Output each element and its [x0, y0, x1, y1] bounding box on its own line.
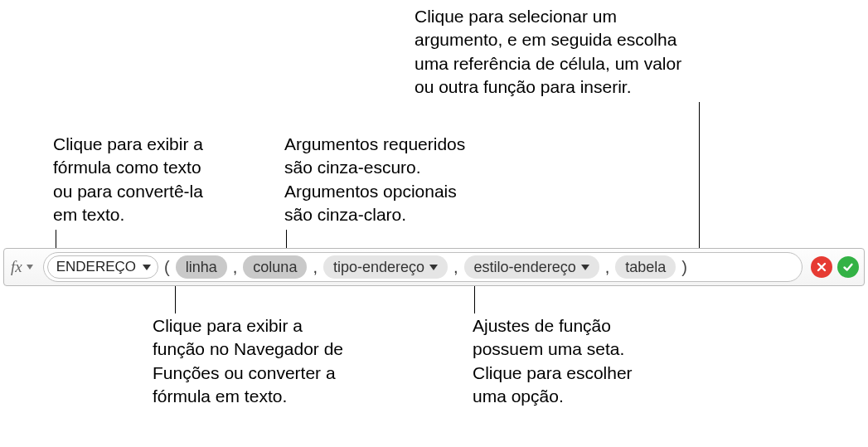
formula-input-area[interactable]: ENDEREÇO ( linha , coluna , tipo-endereç… — [43, 252, 803, 282]
argument-tabela[interactable]: tabela — [615, 255, 676, 279]
chevron-down-icon — [27, 265, 33, 270]
close-icon — [816, 261, 827, 273]
comma: , — [312, 258, 318, 277]
argument-estilo-endereco[interactable]: estilo-endereço — [464, 255, 599, 279]
cancel-button[interactable] — [811, 256, 832, 278]
chevron-down-icon — [429, 265, 438, 270]
callout-show-formula-text: Clique para exibir a fórmula como texto … — [53, 133, 269, 226]
argument-label: tipo-endereço — [333, 259, 424, 276]
comma: , — [232, 258, 239, 277]
callout-function-browser: Clique para exibir a função no Navegador… — [153, 314, 401, 408]
argument-label: linha — [186, 259, 217, 276]
close-paren: ) — [681, 258, 688, 277]
function-token[interactable]: ENDEREÇO — [47, 255, 158, 279]
leader-line — [286, 230, 287, 250]
fx-menu-button[interactable]: fx — [9, 258, 38, 276]
open-paren: ( — [163, 258, 171, 277]
callout-argument-colors: Argumentos requeridos são cinza-escuro. … — [284, 133, 533, 226]
leader-line — [474, 285, 475, 313]
chevron-down-icon — [143, 265, 151, 270]
callout-select-argument: Clique para selecionar um argumento, e e… — [415, 5, 746, 99]
formula-action-buttons — [811, 256, 859, 278]
comma: , — [604, 258, 611, 277]
chevron-down-icon — [581, 265, 589, 270]
formula-bar: fx ENDEREÇO ( linha , coluna , tipo-ende… — [3, 248, 865, 286]
leader-line — [175, 285, 176, 313]
callout-function-settings: Ajustes de função possuem uma seta. Cliq… — [473, 314, 688, 408]
comma: , — [453, 258, 459, 277]
leader-line — [699, 102, 700, 250]
leader-line — [56, 230, 56, 250]
argument-linha[interactable]: linha — [176, 255, 227, 279]
function-name: ENDEREÇO — [56, 259, 136, 275]
argument-label: estilo-endereço — [474, 259, 576, 276]
fx-icon: fx — [11, 258, 22, 276]
argument-coluna[interactable]: coluna — [243, 255, 307, 279]
argument-label: tabela — [625, 259, 666, 276]
check-icon — [842, 261, 854, 273]
argument-tipo-endereco[interactable]: tipo-endereço — [323, 255, 448, 279]
argument-label: coluna — [253, 259, 297, 276]
accept-button[interactable] — [837, 256, 859, 278]
